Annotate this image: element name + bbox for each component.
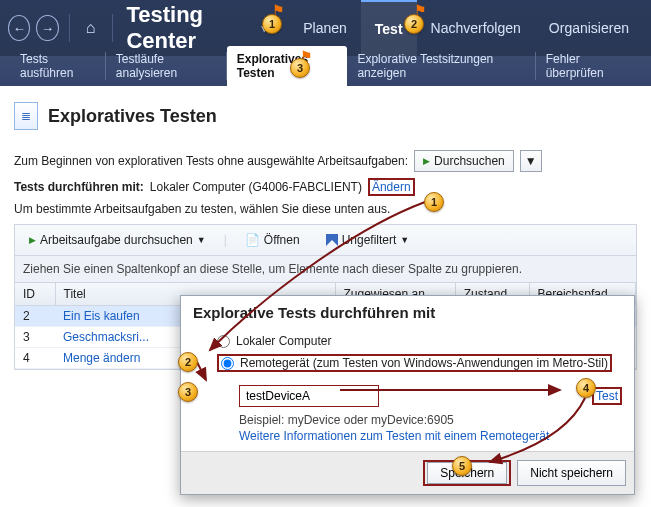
radio-local-label: Lokaler Computer: [236, 334, 331, 348]
callout-3: 3: [178, 382, 198, 402]
page-title: Exploratives Testen: [48, 106, 217, 127]
play-icon: ▶: [423, 156, 430, 166]
divider: [69, 14, 70, 42]
radio-local[interactable]: [217, 335, 230, 348]
open-button[interactable]: 📄 Öffnen: [237, 229, 308, 251]
perform-with-dialog: Explorative Tests durchführen mit Lokale…: [180, 295, 635, 495]
subtab-run[interactable]: Tests ausführen: [10, 46, 106, 86]
cell-id: 3: [15, 327, 55, 348]
chevron-down-icon: ▼: [197, 235, 206, 245]
radio-remote-label: Remotegerät (zum Testen von Windows-Anwe…: [240, 356, 608, 370]
chevron-down-icon: ▼: [400, 235, 409, 245]
browse-label: Durchsuchen: [434, 154, 505, 168]
subtab-verify[interactable]: Fehler überprüfen: [536, 46, 641, 86]
callout-top-1: 1: [262, 14, 282, 34]
browse-workitem-button[interactable]: ▶ Arbeitsaufgabe durchsuchen ▼: [21, 229, 214, 251]
callout-4: 4: [576, 378, 596, 398]
open-icon: 📄: [245, 233, 260, 247]
callout-top-3: 3: [290, 58, 310, 78]
filter-label: Ungefiltert: [342, 233, 397, 247]
device-example: Beispiel: myDevice oder myDevice:6905: [239, 413, 622, 427]
work-items-hint: Um bestimmte Arbeitsaufgaben zu testen, …: [14, 202, 390, 216]
intro-text: Zum Beginnen von explorativen Tests ohne…: [14, 154, 408, 168]
more-info-link[interactable]: Weitere Informationen zum Testen mit ein…: [239, 429, 549, 443]
callout-2: 2: [178, 352, 198, 372]
browse-button[interactable]: ▶Durchsuchen: [414, 150, 514, 172]
callout-5: 5: [452, 456, 472, 476]
divider: [112, 14, 113, 42]
browse-workitem-label: Arbeitsaufgabe durchsuchen: [40, 233, 193, 247]
funnel-icon: [326, 234, 338, 246]
perform-with-value: Lokaler Computer (G4006-FABCLIENT): [150, 180, 362, 194]
test-connection-link[interactable]: Test: [596, 389, 618, 403]
browse-dropdown[interactable]: ▼: [520, 150, 542, 172]
change-link[interactable]: Ändern: [372, 180, 411, 194]
subtab-analyze[interactable]: Testläufe analysieren: [106, 46, 227, 86]
filter-button[interactable]: Ungefiltert ▼: [318, 229, 418, 251]
col-id[interactable]: ID: [15, 283, 55, 306]
subtab-sessions[interactable]: Explorative Testsitzungen anzeigen: [347, 46, 535, 86]
page-icon: ≣: [14, 102, 38, 130]
forward-button[interactable]: →: [36, 15, 58, 41]
cell-id: 2: [15, 306, 55, 327]
callout-top-2: 2: [404, 14, 424, 34]
back-button[interactable]: ←: [8, 15, 30, 41]
dialog-title: Explorative Tests durchführen mit: [181, 296, 634, 331]
device-name-input[interactable]: [239, 385, 379, 407]
perform-with-label: Tests durchführen mit:: [14, 180, 144, 194]
dont-save-button[interactable]: Nicht speichern: [517, 460, 626, 486]
home-icon[interactable]: ⌂: [80, 15, 102, 41]
radio-remote[interactable]: [221, 357, 234, 370]
open-label: Öffnen: [264, 233, 300, 247]
subtab-exploratory[interactable]: Exploratives Testen: [227, 46, 348, 86]
group-hint: Ziehen Sie einen Spaltenkopf an diese St…: [15, 256, 636, 283]
callout-1: 1: [424, 192, 444, 212]
play-icon: ▶: [29, 235, 36, 245]
cell-id: 4: [15, 348, 55, 369]
